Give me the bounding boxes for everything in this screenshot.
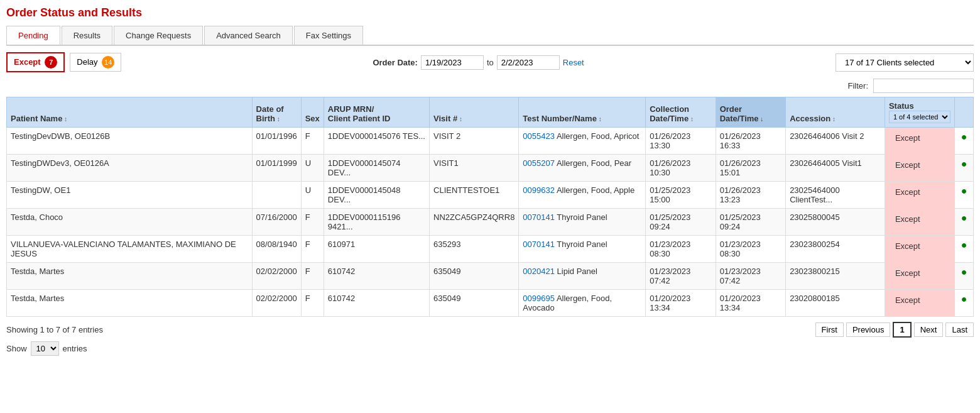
order-date-to-input[interactable]: [497, 55, 560, 70]
clients-dropdown[interactable]: 17 of 17 Clients selected: [836, 53, 974, 72]
cell-patient-name: TestingDWDev3, OE0126A: [7, 155, 253, 182]
col-visit[interactable]: Visit #: [430, 97, 519, 128]
status-except-button[interactable]: Except: [889, 294, 927, 307]
clients-dropdown-wrapper: 17 of 17 Clients selected: [836, 53, 974, 72]
except-button[interactable]: Except 7: [6, 52, 65, 72]
green-circle-icon[interactable]: ●: [961, 240, 967, 250]
cell-collection-datetime: 01/25/2023 09:24: [646, 209, 716, 236]
previous-page-button[interactable]: Previous: [846, 322, 891, 337]
green-circle-icon[interactable]: ●: [961, 294, 967, 304]
cell-order-datetime: 01/20/2023 13:34: [716, 290, 785, 317]
show-row: Show 10 25 50 entries: [6, 341, 974, 356]
table-row: Testda, Martes02/02/2000F610742635049009…: [7, 290, 974, 317]
cell-test-number: 0099695 Allergen, Food, Avocado: [519, 290, 646, 317]
next-page-button[interactable]: Next: [914, 322, 944, 337]
test-number-link[interactable]: 0055207: [523, 158, 555, 168]
green-circle-icon[interactable]: ●: [961, 131, 967, 142]
col-dob[interactable]: Date ofBirth: [252, 97, 301, 128]
test-number-link[interactable]: 0070141: [523, 212, 555, 222]
test-number-link[interactable]: 0055423: [523, 131, 555, 141]
tab-fax-settings[interactable]: Fax Settings: [294, 26, 363, 45]
cell-action-icon[interactable]: ●: [955, 290, 974, 317]
last-page-button[interactable]: Last: [945, 322, 974, 337]
green-circle-icon[interactable]: ●: [961, 158, 967, 169]
cell-accession: 23023800254: [786, 236, 885, 263]
cell-arup-mrn: 610971: [324, 236, 429, 263]
cell-accession: 23025464000 ClientTest...: [786, 182, 885, 209]
order-date-from-input[interactable]: [421, 55, 484, 70]
status-except-button[interactable]: Except: [889, 240, 927, 253]
green-circle-icon[interactable]: ●: [961, 212, 967, 223]
cell-visit: 635049: [430, 290, 519, 317]
show-label: Show: [6, 344, 27, 353]
tab-change-requests[interactable]: Change Requests: [114, 26, 203, 45]
cell-test-number: 0020421 Lipid Panel: [519, 263, 646, 290]
cell-sex: F: [301, 236, 324, 263]
cell-dob: 01/01/1996: [252, 128, 301, 155]
tab-advanced-search[interactable]: Advanced Search: [204, 26, 293, 45]
test-number-link[interactable]: 0020421: [523, 267, 555, 276]
cell-order-datetime: 01/23/2023 07:42: [716, 263, 785, 290]
cell-dob: 07/16/2000: [252, 209, 301, 236]
cell-order-datetime: 01/26/2023 16:33: [716, 128, 785, 155]
cell-sex: F: [301, 263, 324, 290]
col-order-datetime[interactable]: OrderDate/Time: [716, 97, 785, 128]
cell-action-icon[interactable]: ●: [955, 182, 974, 209]
showing-entries: Showing 1 to 7 of 7 entries: [6, 325, 103, 334]
cell-patient-name: VILLANUEVA-VALENCIANO TALAMANTES, MAXIMI…: [7, 236, 253, 263]
status-except-button[interactable]: Except: [889, 131, 927, 145]
cell-dob: 02/02/2000: [252, 263, 301, 290]
cell-action-icon[interactable]: ●: [955, 263, 974, 290]
cell-test-number: 0055207 Allergen, Food, Pear: [519, 155, 646, 182]
col-test-number[interactable]: Test Number/Name: [519, 97, 646, 128]
cell-sex: U: [301, 182, 324, 209]
current-page-button[interactable]: 1: [893, 322, 911, 338]
cell-status: Except: [885, 128, 954, 155]
test-number-link[interactable]: 0099632: [523, 185, 555, 195]
tab-results[interactable]: Results: [62, 26, 112, 45]
status-except-button[interactable]: Except: [889, 185, 927, 199]
cell-action-icon[interactable]: ●: [955, 128, 974, 155]
pagination-row: Showing 1 to 7 of 7 entries First Previo…: [6, 322, 974, 338]
green-circle-icon[interactable]: ●: [961, 267, 967, 277]
green-circle-icon[interactable]: ●: [961, 185, 967, 196]
cell-order-datetime: 01/23/2023 08:30: [716, 236, 785, 263]
filter-label: Filter:: [848, 81, 869, 91]
test-number-link[interactable]: 0070141: [523, 240, 555, 249]
table-row: Testda, Choco07/16/2000F1DDEV0000115196 …: [7, 209, 974, 236]
status-except-button[interactable]: Except: [889, 158, 927, 172]
cell-visit: VISIT1: [430, 155, 519, 182]
cell-arup-mrn: 1DDEV0000115196 9421...: [324, 209, 429, 236]
status-filter-select[interactable]: 1 of 4 selected: [889, 111, 950, 123]
cell-accession: 23025800045: [786, 209, 885, 236]
reset-link[interactable]: Reset: [563, 58, 584, 67]
col-accession[interactable]: Accession: [786, 97, 885, 128]
cell-dob: 02/02/2000: [252, 290, 301, 317]
pagination-controls: First Previous 1 Next Last: [815, 322, 974, 338]
cell-visit: CLIENTTESTOE1: [430, 182, 519, 209]
cell-status: Except: [885, 263, 954, 290]
cell-dob: 01/01/1999: [252, 155, 301, 182]
status-except-button[interactable]: Except: [889, 267, 927, 280]
cell-action-icon[interactable]: ●: [955, 236, 974, 263]
delay-button[interactable]: Delay 14: [70, 53, 121, 72]
filter-input[interactable]: [873, 79, 974, 93]
order-date-section: Order Date: to Reset: [373, 55, 584, 70]
first-page-button[interactable]: First: [815, 322, 844, 337]
cell-patient-name: Testda, Martes: [7, 290, 253, 317]
test-number-link[interactable]: 0099695: [523, 294, 555, 303]
show-entries-select[interactable]: 10 25 50: [31, 341, 59, 356]
col-collection-datetime[interactable]: CollectionDate/Time: [646, 97, 716, 128]
cell-action-icon[interactable]: ●: [955, 155, 974, 182]
status-except-button[interactable]: Except: [889, 212, 927, 226]
col-status: Status 1 of 4 selected: [885, 97, 954, 128]
cell-collection-datetime: 01/26/2023 10:30: [646, 155, 716, 182]
cell-action-icon[interactable]: ●: [955, 209, 974, 236]
cell-dob: [252, 182, 301, 209]
cell-arup-mrn: 610742: [324, 263, 429, 290]
cell-collection-datetime: 01/25/2023 15:00: [646, 182, 716, 209]
tab-pending[interactable]: Pending: [6, 26, 60, 46]
cell-arup-mrn: 1DDEV0000145048 DEV...: [324, 182, 429, 209]
order-date-label: Order Date:: [373, 58, 418, 67]
col-patient-name[interactable]: Patient Name: [7, 97, 253, 128]
